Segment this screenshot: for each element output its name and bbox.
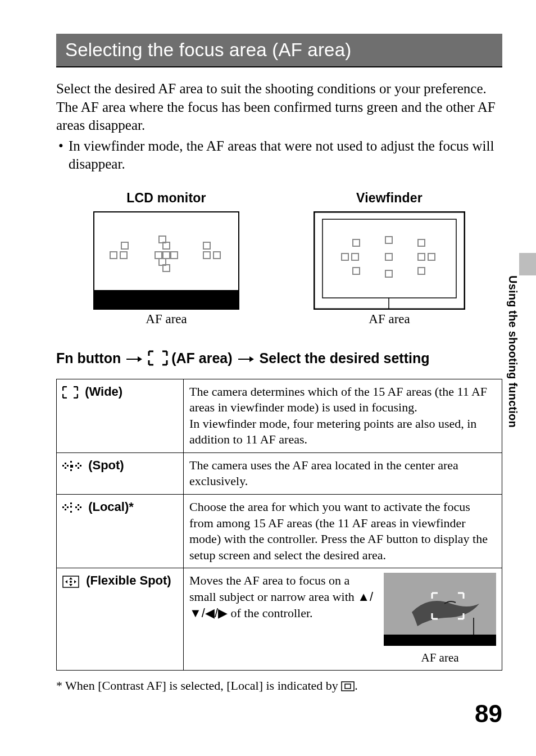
svg-rect-27	[428, 253, 435, 260]
intro-paragraph: Select the desired AF area to suit the s…	[56, 81, 496, 133]
lcd-caption: LCD monitor	[93, 191, 239, 206]
page-number: 89	[475, 700, 502, 728]
spot-icon	[62, 460, 81, 472]
svg-rect-28	[418, 268, 425, 274]
af-area-options-table: (Wide) The camera determines which of th…	[56, 379, 502, 671]
svg-rect-53	[78, 504, 79, 506]
arrow-icon	[126, 350, 142, 366]
svg-rect-38	[70, 461, 72, 463]
svg-rect-35	[65, 463, 66, 464]
svg-rect-21	[353, 268, 360, 274]
svg-rect-34	[62, 465, 64, 467]
svg-rect-65	[342, 682, 354, 691]
svg-rect-55	[80, 506, 81, 508]
svg-rect-45	[62, 506, 64, 508]
intro-block: Select the desired AF area to suit the s…	[56, 80, 502, 174]
svg-marker-33	[249, 356, 254, 362]
svg-rect-17	[322, 219, 456, 298]
svg-rect-36	[65, 467, 66, 469]
svg-rect-52	[75, 506, 77, 508]
svg-rect-13	[203, 252, 210, 259]
svg-rect-25	[418, 239, 425, 246]
svg-rect-18	[353, 239, 360, 246]
svg-marker-58	[69, 584, 72, 586]
svg-rect-4	[120, 252, 127, 259]
spot-option-label: (Spot)	[57, 452, 184, 494]
svg-marker-59	[65, 580, 67, 583]
svg-marker-60	[74, 580, 76, 583]
spot-option-desc: The camera uses the AF area located in t…	[184, 452, 502, 494]
svg-marker-57	[69, 577, 72, 580]
svg-rect-24	[385, 270, 392, 277]
svg-rect-43	[78, 467, 79, 469]
svg-rect-51	[70, 511, 72, 513]
flexible-spot-option-label: (Flexible Spot)	[57, 568, 184, 671]
af-area-icon	[148, 350, 168, 366]
svg-rect-44	[80, 465, 81, 467]
svg-point-61	[70, 581, 72, 583]
wide-option-label: (Wide)	[57, 379, 184, 452]
svg-rect-40	[70, 469, 72, 471]
lcd-monitor-diagram	[93, 211, 239, 310]
svg-rect-49	[70, 503, 72, 504]
svg-rect-50	[70, 506, 72, 508]
wide-icon	[62, 386, 78, 399]
wide-option-desc: The camera determines which of the 15 AF…	[184, 379, 502, 452]
svg-rect-37	[67, 465, 69, 467]
svg-rect-3	[110, 252, 117, 259]
svg-rect-41	[75, 465, 77, 467]
svg-rect-22	[385, 237, 392, 243]
local-option-desc: Choose the area for which you want to ac…	[184, 495, 502, 568]
local-option-label: (Local)*	[57, 495, 184, 568]
svg-rect-9	[171, 252, 178, 259]
flexible-spot-option-desc: Moves the AF area to focus on a small su…	[184, 568, 502, 671]
svg-rect-14	[214, 252, 220, 259]
svg-rect-12	[203, 242, 210, 249]
fn-prefix: Fn button	[56, 350, 121, 366]
svg-rect-66	[345, 684, 351, 689]
monitor-illustrations: LCD monitor	[56, 191, 502, 327]
intro-bullet: In viewfinder mode, the AF areas that we…	[56, 137, 502, 174]
section-heading: Selecting the focus area (AF area)	[56, 34, 502, 67]
svg-rect-8	[163, 252, 170, 259]
svg-rect-19	[342, 253, 348, 260]
viewfinder-caption: Viewfinder	[314, 191, 465, 206]
flexible-spot-icon	[62, 576, 79, 588]
svg-rect-2	[121, 242, 128, 249]
viewfinder-af-area-label: AF area	[314, 312, 465, 327]
side-tab: Using the shooting function	[505, 259, 519, 450]
svg-rect-63	[384, 635, 496, 646]
svg-rect-23	[385, 253, 392, 260]
viewfinder-diagram	[314, 211, 465, 310]
af-area-label-inline: (AF area)	[171, 350, 232, 366]
flexible-spot-example-image	[384, 573, 496, 646]
fn-instruction: Fn button (AF area) Select the desired s…	[56, 350, 502, 366]
svg-rect-39	[70, 465, 73, 468]
svg-rect-46	[65, 504, 66, 506]
svg-rect-54	[78, 509, 79, 510]
svg-rect-20	[352, 253, 358, 260]
flexible-spot-af-area-label: AF area	[384, 650, 496, 666]
svg-rect-47	[65, 509, 66, 510]
svg-rect-26	[418, 253, 425, 260]
svg-rect-42	[78, 463, 79, 464]
arrow-icon	[238, 350, 254, 366]
lcd-af-area-label: AF area	[93, 312, 239, 327]
side-tab-label: Using the shooting function	[506, 275, 519, 428]
svg-rect-48	[67, 506, 69, 508]
fn-suffix: Select the desired setting	[260, 350, 430, 366]
contrast-af-local-icon	[341, 681, 355, 691]
local-icon	[62, 501, 81, 514]
svg-marker-31	[138, 356, 142, 362]
footnote: * When [Contrast AF] is selected, [Local…	[56, 678, 502, 693]
svg-rect-7	[155, 252, 162, 259]
